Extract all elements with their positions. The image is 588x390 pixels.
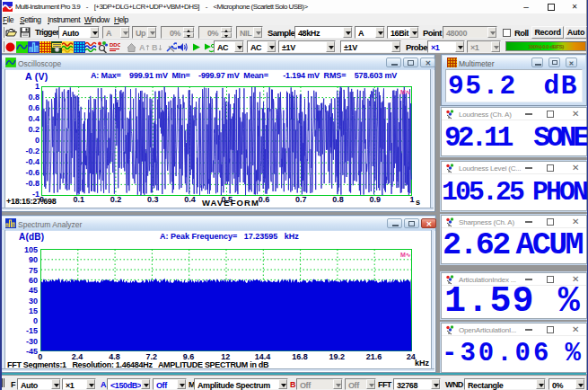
svg-text:DDC: DDC [110,42,120,48]
svg-text:B: B [152,43,158,52]
svg-text:M∿: M∿ [400,89,411,95]
svg-text:M∿: M∿ [400,252,411,258]
svg-text:A: A [139,43,145,52]
